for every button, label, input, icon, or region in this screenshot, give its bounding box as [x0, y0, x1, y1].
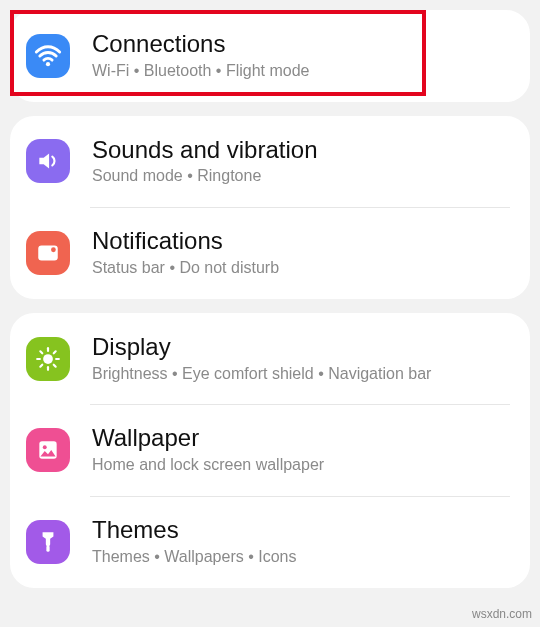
settings-item-sounds[interactable]: Sounds and vibration Sound mode • Ringto… [10, 116, 530, 208]
settings-item-subtitle: Sound mode • Ringtone [92, 166, 510, 187]
settings-item-title: Connections [92, 30, 510, 59]
notifications-icon [26, 231, 70, 275]
settings-item-text: Sounds and vibration Sound mode • Ringto… [92, 136, 510, 188]
svg-line-8 [40, 351, 42, 353]
settings-item-title: Themes [92, 516, 510, 545]
svg-line-11 [54, 351, 56, 353]
settings-item-subtitle: Themes • Wallpapers • Icons [92, 547, 510, 568]
settings-group-1: Connections Wi-Fi • Bluetooth • Flight m… [10, 10, 530, 102]
wifi-icon [26, 34, 70, 78]
settings-item-title: Notifications [92, 227, 510, 256]
settings-item-title: Display [92, 333, 510, 362]
settings-item-themes[interactable]: Themes Themes • Wallpapers • Icons [10, 496, 530, 588]
sound-icon [26, 139, 70, 183]
settings-item-connections[interactable]: Connections Wi-Fi • Bluetooth • Flight m… [10, 10, 530, 102]
svg-line-9 [54, 364, 56, 366]
svg-point-3 [43, 354, 53, 364]
settings-item-text: Notifications Status bar • Do not distur… [92, 227, 510, 279]
settings-item-wallpaper[interactable]: Wallpaper Home and lock screen wallpaper [10, 404, 530, 496]
settings-item-subtitle: Home and lock screen wallpaper [92, 455, 510, 476]
settings-item-notifications[interactable]: Notifications Status bar • Do not distur… [10, 207, 530, 299]
settings-item-title: Sounds and vibration [92, 136, 510, 165]
svg-point-0 [46, 62, 50, 66]
svg-rect-14 [46, 545, 49, 552]
settings-item-text: Wallpaper Home and lock screen wallpaper [92, 424, 510, 476]
wallpaper-icon [26, 428, 70, 472]
settings-item-text: Connections Wi-Fi • Bluetooth • Flight m… [92, 30, 510, 82]
settings-item-display[interactable]: Display Brightness • Eye comfort shield … [10, 313, 530, 405]
svg-point-13 [43, 446, 47, 450]
settings-item-subtitle: Status bar • Do not disturb [92, 258, 510, 279]
watermark: wsxdn.com [472, 607, 532, 621]
svg-line-10 [40, 364, 42, 366]
settings-group-3: Display Brightness • Eye comfort shield … [10, 313, 530, 588]
settings-item-title: Wallpaper [92, 424, 510, 453]
settings-group-2: Sounds and vibration Sound mode • Ringto… [10, 116, 530, 299]
settings-item-text: Display Brightness • Eye comfort shield … [92, 333, 510, 385]
settings-item-subtitle: Wi-Fi • Bluetooth • Flight mode [92, 61, 510, 82]
themes-icon [26, 520, 70, 564]
settings-item-subtitle: Brightness • Eye comfort shield • Naviga… [92, 364, 510, 385]
display-icon [26, 337, 70, 381]
svg-rect-1 [38, 245, 58, 260]
svg-point-2 [51, 247, 56, 252]
settings-item-text: Themes Themes • Wallpapers • Icons [92, 516, 510, 568]
